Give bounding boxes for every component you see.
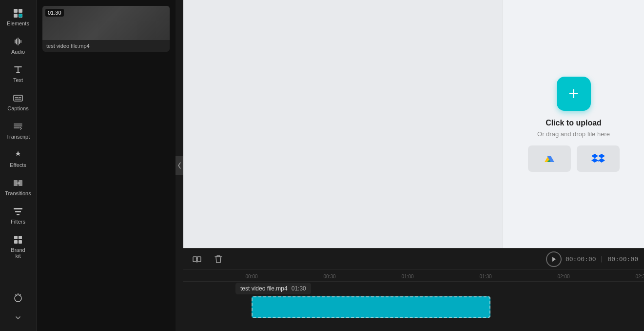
upload-subtitle: Or drag and drop file here (537, 130, 610, 138)
sidebar-item-apps[interactable] (1, 288, 35, 307)
ruler-mark-2: 01:00 (401, 274, 413, 279)
timeline-toolbar: 00:00:00 | 00:00:00 (183, 248, 644, 270)
ruler-mark-3: 01:30 (479, 274, 491, 279)
sidebar-captions-label: Captions (7, 105, 28, 111)
svg-rect-0 (14, 9, 18, 13)
sidebar-effects-label: Effects (10, 162, 26, 168)
ruler-mark-5: 02:30 (635, 274, 644, 279)
svg-rect-22 (19, 240, 22, 244)
captions-icon (13, 93, 23, 103)
effects-icon (13, 149, 23, 160)
svg-point-23 (15, 295, 21, 302)
sidebar-filters-label: Filters (11, 219, 25, 225)
current-time: 00:00:00 (566, 255, 596, 263)
svg-rect-24 (193, 257, 196, 262)
sidebar-item-elements[interactable]: Elements (1, 4, 35, 30)
sidebar-item-effects[interactable]: Effects (1, 145, 35, 172)
clip-tooltip-duration: 01:30 (292, 285, 306, 292)
dropbox-button[interactable] (577, 145, 620, 172)
svg-rect-25 (197, 257, 201, 262)
panel-collapse-button[interactable] (176, 156, 183, 175)
audio-icon (13, 36, 23, 47)
svg-rect-20 (19, 236, 22, 239)
timeline-ruler: 00:00 00:30 01:00 01:30 02:00 02:30 (183, 270, 644, 282)
svg-rect-18 (17, 214, 20, 215)
sidebar-text-label: Text (13, 77, 23, 83)
timeline-tracks: 00:00 00:30 01:00 01:30 02:00 02:30 test… (183, 270, 644, 331)
sidebar-item-brand[interactable]: Brandkit (1, 230, 35, 263)
google-drive-button[interactable] (528, 145, 571, 172)
timeline-area: 00:00:00 | 00:00:00 00:00 00:30 01:00 01… (183, 248, 644, 331)
delete-button[interactable] (211, 251, 226, 267)
track-area: test video file.mp4 01:30 (183, 282, 644, 331)
thumbnail-duration: 01:30 (45, 9, 64, 17)
main-area: + Click to upload Or drag and drop file … (183, 0, 644, 331)
video-clip[interactable] (252, 296, 490, 318)
ruler-mark-1: 00:30 (323, 274, 335, 279)
sidebar-item-text[interactable]: Text (1, 61, 35, 87)
sidebar-item-audio[interactable]: Audio (1, 32, 35, 59)
clip-tooltip: test video file.mp4 01:30 (235, 283, 311, 294)
sidebar-brand-label: Brandkit (11, 247, 25, 259)
sidebar-transitions-label: Transitions (5, 190, 31, 196)
sidebar-elements-label: Elements (7, 21, 29, 26)
text-icon (13, 64, 23, 75)
split-button[interactable] (189, 251, 205, 267)
total-time: 00:00:00 (607, 255, 638, 263)
svg-rect-16 (14, 208, 22, 209)
svg-rect-19 (14, 236, 18, 239)
sidebar: Elements Audio Text Captions (0, 0, 37, 331)
playback-controls: 00:00:00 | 00:00:00 (546, 251, 638, 267)
canvas-area: + Click to upload Or drag and drop file … (183, 0, 644, 248)
plus-icon: + (568, 85, 579, 103)
sidebar-item-filters[interactable]: Filters (1, 202, 35, 228)
play-button[interactable] (546, 251, 562, 267)
upload-title: Click to upload (546, 119, 602, 127)
filters-icon (13, 206, 23, 217)
video-thumbnail[interactable]: 01:30 test video file.mp4 (42, 6, 170, 52)
sidebar-item-transitions[interactable]: Transitions (1, 174, 35, 200)
video-filename: test video file.mp4 (42, 40, 170, 52)
sidebar-item-chevron[interactable] (1, 309, 35, 327)
svg-rect-1 (19, 9, 22, 13)
svg-rect-17 (15, 211, 21, 212)
ruler-mark-0: 00:00 (245, 274, 257, 279)
chevron-down-icon (13, 312, 23, 323)
svg-rect-21 (14, 240, 18, 244)
transcript-icon (13, 121, 23, 132)
elements-icon (13, 8, 23, 19)
left-panel: 01:30 test video file.mp4 (37, 0, 176, 331)
svg-rect-2 (14, 14, 18, 18)
upload-panel: + Click to upload Or drag and drop file … (503, 0, 644, 248)
transitions-icon (13, 178, 23, 188)
sidebar-item-captions[interactable]: Captions (1, 89, 35, 115)
sidebar-transcript-label: Transcript (6, 134, 30, 140)
svg-rect-7 (14, 95, 22, 101)
sidebar-item-transcript[interactable]: Transcript (1, 117, 35, 144)
ruler-mark-4: 02:00 (557, 274, 569, 279)
upload-button[interactable]: + (557, 77, 591, 111)
brand-icon (13, 234, 23, 245)
sidebar-audio-label: Audio (11, 49, 25, 55)
apps-icon (13, 292, 23, 303)
upload-sources (528, 145, 620, 172)
clip-tooltip-name: test video file.mp4 (240, 285, 288, 292)
